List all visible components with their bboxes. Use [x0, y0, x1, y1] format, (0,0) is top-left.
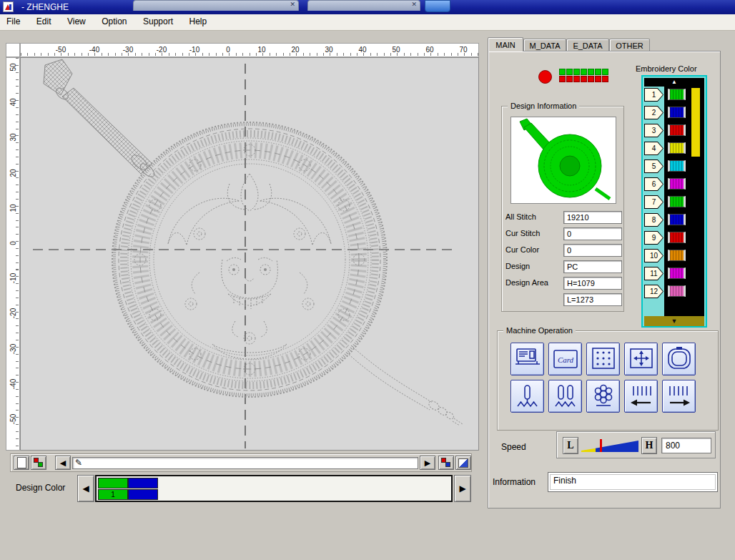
group-title: Design Information [508, 102, 579, 110]
tab-e-data[interactable]: E_DATA [566, 39, 609, 51]
speed-low-button[interactable]: L [563, 437, 578, 454]
menu-file[interactable]: File [0, 14, 26, 26]
needle-color-row[interactable]: 8 [644, 212, 704, 230]
menu-view[interactable]: View [61, 14, 92, 26]
speed-value-field[interactable]: 800 [661, 438, 711, 453]
needle-double-button[interactable] [548, 380, 582, 413]
design-area-h-value[interactable]: H=1079 [563, 277, 622, 290]
needle-color-row[interactable]: 7 [644, 194, 704, 212]
ruler-label: 10 [9, 204, 17, 212]
pencil-icon[interactable]: ✎ [75, 458, 82, 468]
led-row-green [559, 69, 608, 75]
tab-other[interactable]: OTHER [609, 39, 650, 51]
step-back-button[interactable]: ◀ [55, 456, 71, 470]
step-forward-button[interactable]: ▶ [420, 456, 435, 470]
main-tab-panel: Design Information All Stitch 19210 Cur … [488, 51, 721, 509]
needle-bar-left-button[interactable] [624, 380, 658, 413]
design-rotate-button[interactable] [586, 380, 620, 413]
needle-color-row[interactable]: 2 [644, 104, 704, 122]
color-mode-button[interactable] [31, 456, 46, 470]
information-field[interactable]: Finish [548, 472, 718, 492]
all-stitch-label: All Stitch [505, 212, 536, 221]
stitch-progress-slider[interactable]: ✎ [72, 457, 418, 469]
zoom-fit-button[interactable] [455, 456, 471, 470]
card-icon: Card [551, 346, 580, 372]
speed-gauge[interactable] [581, 438, 638, 453]
tab-m-data[interactable]: M_DATA [523, 39, 566, 51]
frame-origin-button[interactable] [624, 343, 658, 375]
thread-spool [668, 107, 686, 118]
color-view-button[interactable] [438, 456, 454, 470]
thread-spool [668, 196, 686, 207]
needle-color-row[interactable]: 1 [644, 87, 704, 104]
needle-color-row[interactable]: 9 [644, 230, 704, 247]
menu-edit[interactable]: Edit [30, 14, 58, 26]
ruler-vertical: 50 40 30 20 10 0 -10 -20 -30 -40 -50 [6, 57, 20, 451]
ruler-label: 0 [226, 46, 230, 54]
right-arrow-icon: ▶ [425, 458, 430, 468]
thread-spool [668, 160, 686, 172]
right-arrow-icon: ▶ [459, 483, 465, 493]
color-scroll-down-button[interactable]: ▼ [644, 316, 704, 326]
design-color-prev-button[interactable]: ◀ [77, 475, 94, 502]
all-stitch-value[interactable]: 19210 [563, 211, 622, 224]
new-page-button[interactable] [14, 456, 29, 470]
needle-color-row[interactable]: 10 [644, 247, 704, 265]
needle-number: 5 [645, 160, 663, 172]
color-swatch[interactable] [98, 478, 128, 488]
ruler-label: 20 [291, 46, 299, 54]
color-swatch-current[interactable]: 1 [98, 489, 128, 500]
design-area-l-value[interactable]: L=1273 [563, 293, 622, 306]
menu-bar: File Edit View Option Support Help [0, 14, 735, 31]
needle-single-icon [513, 383, 542, 409]
thread-spool [668, 267, 686, 279]
color-swatch[interactable] [128, 489, 158, 500]
speed-high-button[interactable]: H [641, 437, 657, 454]
needle-number: 3 [645, 124, 663, 137]
ruler-label: 50 [9, 63, 17, 71]
logo-blue-bar [9, 4, 11, 10]
needle-color-row[interactable]: 6 [644, 176, 704, 194]
menu-option[interactable]: Option [95, 14, 133, 26]
needle-bar-right-button[interactable] [662, 380, 696, 413]
needle-number: 11 [645, 267, 663, 280]
needle-single-button[interactable] [510, 380, 544, 413]
cur-color-value[interactable]: 0 [563, 244, 622, 257]
needle-color-row[interactable]: 4 [644, 140, 704, 158]
color-scroll-up-button[interactable]: ▲ [644, 78, 704, 87]
thread-spool [668, 285, 686, 297]
needle-number: 9 [645, 232, 663, 244]
design-color-next-button[interactable]: ▶ [454, 475, 471, 502]
run-status-indicator [538, 70, 552, 84]
close-icon: ✕ [411, 1, 417, 8]
led-row-red [559, 76, 608, 82]
needle-color-row[interactable]: 5 [644, 158, 704, 176]
app-logo-icon [3, 1, 14, 12]
menu-help[interactable]: Help [182, 14, 213, 26]
thread-spool [668, 232, 686, 243]
swatch-label: 1 [111, 491, 115, 498]
up-arrow-icon: ▲ [671, 79, 677, 85]
design-manage-button[interactable] [586, 343, 620, 375]
needle-color-row[interactable]: 12 [644, 283, 704, 301]
ruler-label: -40 [9, 379, 17, 389]
menu-support[interactable]: Support [137, 14, 179, 26]
ruler-label: 10 [257, 46, 265, 54]
color-swatch[interactable] [128, 478, 158, 488]
tab-main[interactable]: MAIN [488, 37, 523, 51]
thread-spool [668, 214, 686, 225]
ruler-label: -20 [9, 308, 17, 318]
background-window-tab: ✕ [133, 0, 299, 11]
cur-stitch-value[interactable]: 0 [563, 227, 622, 240]
needle-color-row[interactable]: 11 [644, 265, 704, 283]
design-value[interactable]: PC [563, 260, 622, 273]
design-canvas[interactable] [20, 57, 479, 451]
speed-label: Speed [501, 442, 526, 452]
needle-number: 7 [645, 196, 663, 208]
card-read-button[interactable]: Card [548, 343, 582, 375]
ruler-label: -10 [189, 46, 199, 54]
hoop-frame-button[interactable] [662, 343, 696, 375]
needle-color-row[interactable]: 3 [644, 122, 704, 140]
machine-start-button[interactable] [510, 343, 544, 375]
ruler-label: 30 [325, 46, 332, 54]
